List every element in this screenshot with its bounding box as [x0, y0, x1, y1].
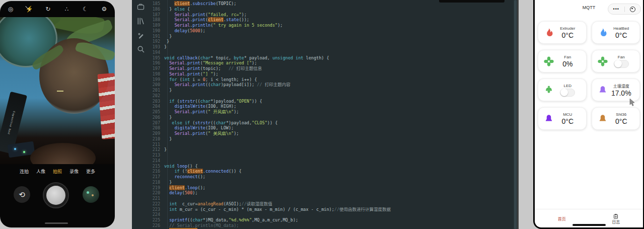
card-label: HeatBed — [613, 26, 629, 31]
line-number: 213 — [132, 152, 164, 158]
thumb-detail — [92, 194, 94, 196]
scrollbar-thumb[interactable] — [514, 0, 517, 229]
code-text: Serial.print(client.state()); — [164, 17, 249, 23]
app-home-indicator[interactable] — [573, 224, 606, 226]
camera-app: ◎⚡↻∴☾⚙ Capacitive Soil 连拍人像拍照录像更多 ⟲ — [0, 1, 115, 227]
more-icon: ••• — [613, 7, 619, 12]
code-line-207: 207 else if (strstr((char*)payload,"CLOS… — [132, 120, 519, 126]
filter-icon[interactable]: ∴ — [62, 6, 71, 13]
card-text: Sht360°C — [608, 112, 635, 125]
line-number: 207 — [132, 120, 164, 126]
card-text: Extruder0°C — [554, 26, 581, 39]
flip-camera-icon: ⟲ — [19, 190, 25, 199]
sensor-icon — [597, 85, 608, 96]
device-card-Fan[interactable]: Fan0% — [538, 50, 587, 72]
line-number: 196 — [132, 60, 164, 66]
code-line-212: 212} — [132, 147, 519, 152]
flip-camera-button[interactable]: ⟲ — [14, 186, 30, 203]
settings-icon[interactable]: ⚙ — [100, 6, 109, 13]
focus-indicator — [57, 91, 63, 92]
toggle-knob — [560, 89, 568, 96]
tab-label: 首页 — [558, 216, 566, 221]
code-text: for (int i = 0; i < length; i++) { — [164, 77, 257, 83]
code-line-211: 211 — [132, 142, 519, 147]
camera-mode-人像[interactable]: 人像 — [36, 168, 45, 175]
fan-toggle[interactable] — [614, 60, 629, 68]
close-button[interactable] — [625, 4, 641, 14]
flame-icon — [543, 27, 554, 38]
flame-icon — [597, 27, 608, 38]
code-line-220: 220 delay(500); — [132, 190, 519, 196]
camera-mode-连拍[interactable]: 连拍 — [20, 168, 29, 175]
line-number: 185 — [132, 1, 164, 7]
line-number: 193 — [132, 44, 164, 50]
card-label: Fan — [618, 55, 625, 59]
code-line-218: 218 } — [132, 180, 519, 185]
camera-controls: ⟲ — [0, 181, 115, 209]
device-card-MCU[interactable]: MCU0°C — [538, 107, 587, 130]
status-led — [23, 151, 25, 153]
code-line-198: 198 Serial.print("] "); — [132, 71, 519, 77]
device-card-Sht36[interactable]: Sht360°C — [592, 107, 640, 130]
code-editor: 185 client.subscribe(TOPIC);186 } else {… — [132, 0, 519, 229]
camera-mode-录像[interactable]: 录像 — [69, 168, 79, 175]
code-line-209: 209 Serial.print(" 关风扇\n"); — [132, 131, 519, 136]
code-line-196: 196 Serial.print("Message arrived ["); — [132, 60, 519, 66]
code-line-224: 224 — [132, 212, 519, 217]
code-line-222: 222 int c_cur=analogRead(ASOI);//读取湿度数值 — [132, 201, 519, 207]
card-label: 土壤湿度 — [613, 83, 629, 89]
home-indicator[interactable] — [45, 222, 68, 224]
card-label: LED — [563, 84, 571, 88]
code-line-199: 199 for (int i = 0; i < length; i++) { — [132, 77, 519, 83]
shutter-button[interactable] — [43, 182, 69, 208]
app-header: MQTT ••• — [535, 0, 643, 16]
line-number: 209 — [132, 131, 164, 136]
line-number: 202 — [132, 93, 164, 99]
flash-off-icon[interactable]: ⚡ — [25, 6, 34, 13]
code-line-206: 206 } — [132, 115, 519, 120]
code-text: void loop() { — [164, 164, 198, 169]
line-number: 221 — [132, 196, 164, 201]
device-card-土壤湿度[interactable]: 土壤湿度17.0% — [592, 79, 640, 101]
code-line-216: 216 if (!client.connected()) { — [132, 169, 519, 174]
miniprogram-capsule: ••• — [608, 4, 641, 15]
line-number: 187 — [132, 12, 164, 18]
gallery-thumbnail[interactable] — [83, 186, 99, 203]
code-text: digitalWrite(IO0, LOW); — [164, 125, 234, 131]
camera-toolbar: ◎⚡↻∴☾⚙ — [0, 1, 115, 17]
camera-viewfinder[interactable]: Capacitive Soil — [0, 17, 115, 164]
device-card-HeatBed[interactable]: HeatBed0°C — [592, 21, 640, 44]
line-number: 201 — [132, 88, 164, 93]
led-toggle[interactable] — [560, 89, 575, 97]
timer-icon[interactable]: ↻ — [43, 6, 52, 13]
code-line-201: 201 } — [132, 88, 519, 93]
mqtt-app-frame: MQTT ••• Extruder0°CHeatBed0°CFan0%FanLE… — [533, 0, 644, 229]
smart-enhance-icon[interactable]: ◎ — [6, 6, 15, 13]
code-text: } — [164, 44, 167, 50]
code-text: if (strstr((char*)payload,"OPEN")) { — [164, 99, 262, 104]
device-card-Fan[interactable]: Fan — [592, 50, 640, 72]
code-text: Serial.print("failed, rc="); — [164, 12, 247, 18]
device-card-Extruder[interactable]: Extruder0°C — [538, 21, 587, 44]
line-number: 195 — [132, 55, 164, 61]
device-card-LED[interactable]: LED — [538, 79, 587, 101]
line-number: 203 — [132, 99, 164, 104]
code-line-191: 191 } — [132, 34, 519, 39]
camera-mode-更多[interactable]: 更多 — [86, 168, 95, 175]
night-mode-icon[interactable]: ☾ — [81, 6, 90, 13]
line-number: 222 — [132, 201, 164, 207]
line-number: 200 — [132, 82, 164, 88]
code-line-202: 202 — [132, 93, 519, 99]
sensor-icon — [543, 113, 554, 124]
camera-mode-拍照[interactable]: 拍照 — [53, 168, 62, 175]
card-label: Fan — [564, 55, 571, 59]
hand — [30, 143, 96, 164]
code-line-217: 217 reconnect(); — [132, 174, 519, 180]
code-line-219: 219 client.loop(); — [132, 185, 519, 191]
editor-code[interactable]: 185 client.subscribe(TOPIC);186 } else {… — [132, 1, 519, 228]
more-button[interactable]: ••• — [608, 4, 624, 14]
editor-scrollbar[interactable] — [514, 0, 519, 229]
card-label: MCU — [563, 112, 572, 117]
code-text: Serial.print(" 开风扇\n"); — [164, 109, 239, 115]
line-number: 189 — [132, 23, 164, 28]
